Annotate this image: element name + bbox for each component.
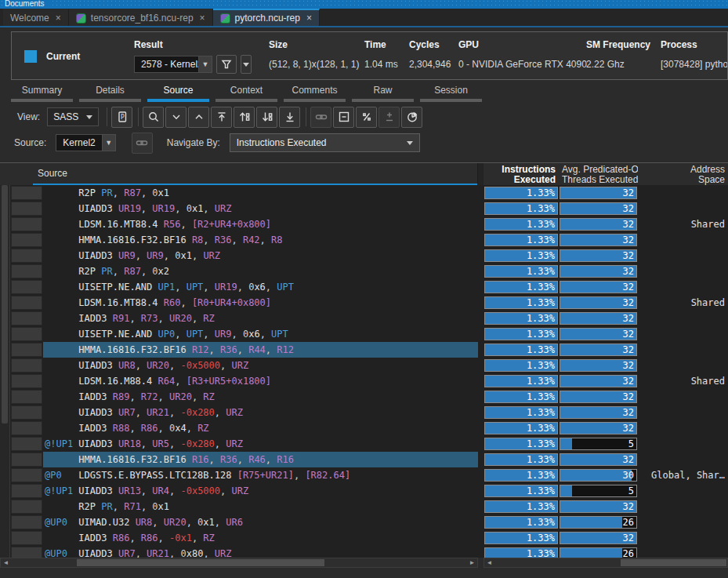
kernel-select[interactable]: Kernel2 ▼: [56, 134, 115, 151]
tab-details[interactable]: Details: [79, 85, 141, 102]
doc-tab-pytorch-ncu-rep[interactable]: pytorch.ncu-rep×: [213, 9, 320, 26]
find-next-button[interactable]: [165, 107, 187, 128]
vertical-scrollbar[interactable]: [0, 185, 10, 558]
table-row[interactable]: @UP0 UIADD3 UR7, UR21, 0x80, URZ1.33%26: [0, 546, 728, 558]
table-row[interactable]: IADD3 R86, R86, -0x1, RZ1.33%32: [0, 530, 728, 546]
source-line[interactable]: LDSM.16.M88.4 R64, [R3+UR5+0x1800]: [43, 373, 478, 389]
table-row[interactable]: UIADD3 UR9, UR9, 0x1, URZ1.33%32: [0, 248, 728, 264]
table-row[interactable]: IADD3 R89, R72, UR20, RZ1.33%32: [0, 389, 728, 405]
chevron-down-icon: ▼: [198, 56, 212, 72]
source-line[interactable]: R2P PR, R71, 0x1: [43, 499, 478, 514]
find-button[interactable]: [143, 107, 164, 128]
collapse-view-button[interactable]: [333, 107, 354, 128]
tab-context[interactable]: Context: [216, 85, 277, 102]
source-line[interactable]: UIADD3 UR8, UR20, -0x5000, URZ: [43, 358, 478, 373]
filter-button[interactable]: [216, 55, 237, 74]
show-percentages-button[interactable]: [356, 107, 377, 128]
scrollbar-thumb[interactable]: [621, 559, 726, 566]
navigate-by-select[interactable]: Instructions Executed: [230, 133, 420, 152]
table-row[interactable]: LDSM.16.MT88.4 R60, [R0+UR4+0x800]1.33%3…: [0, 295, 728, 311]
table-row[interactable]: HMMA.16816.F32.BF16 R16, R36, R46, R161.…: [0, 452, 728, 467]
scroll-left-arrow-icon[interactable]: ◄: [484, 558, 494, 567]
table-row[interactable]: LDSM.16.MT88.4 R56, [R2+UR4+0x800]1.33%3…: [0, 216, 728, 232]
table-row[interactable]: UIADD3 UR19, UR19, 0x1, URZ1.33%32: [0, 201, 728, 216]
profiler-report-button[interactable]: P: [111, 107, 132, 128]
scroll-to-top-button[interactable]: [211, 107, 232, 128]
filter-options-button[interactable]: [241, 55, 252, 74]
source-line[interactable]: @UP0 UIADD3 UR7, UR21, 0x80, URZ: [43, 546, 478, 558]
vertical-scrollbar-thumb[interactable]: [2, 185, 8, 424]
source-line[interactable]: @P0 LDGSTS.E.BYPASS.LTC128B.128 [R75+UR2…: [43, 467, 478, 483]
previous-hotspot-button[interactable]: [234, 107, 255, 128]
source-line[interactable]: HMMA.16816.F32.BF16 R12, R36, R44, R12: [43, 342, 478, 358]
source-line[interactable]: IADD3 R91, R73, UR20, RZ: [43, 311, 478, 326]
source-line[interactable]: LDSM.16.MT88.4 R56, [R2+UR4+0x800]: [43, 216, 478, 232]
line-gutter: [11, 405, 42, 420]
table-row[interactable]: @P0 LDGSTS.E.BYPASS.LTC128B.128 [R75+UR2…: [0, 467, 728, 483]
source-horizontal-scrollbar[interactable]: ◄ ►: [0, 558, 478, 568]
find-previous-button[interactable]: [188, 107, 209, 128]
link-navigation-button[interactable]: [132, 133, 153, 154]
instructions-executed-cell: 1.33%: [484, 483, 559, 499]
table-row[interactable]: HMMA.16816.F32.BF16 R12, R36, R44, R121.…: [0, 342, 728, 358]
source-line[interactable]: UIADD3 UR7, UR21, -0x280, URZ: [43, 405, 478, 420]
table-row[interactable]: UISETP.NE.AND UP0, UPT, UR9, 0x6, UPT1.3…: [0, 326, 728, 342]
table-row[interactable]: R2P PR, R71, 0x11.33%32: [0, 499, 728, 514]
plus-minus-icon: [383, 111, 396, 123]
source-line[interactable]: HMMA.16816.F32.BF16 R16, R36, R46, R16: [43, 452, 478, 467]
view-select[interactable]: SASS: [47, 107, 99, 126]
table-row[interactable]: UIADD3 UR8, UR20, -0x5000, URZ1.33%32: [0, 358, 728, 373]
next-hotspot-button[interactable]: [256, 107, 277, 128]
source-line[interactable]: IADD3 R89, R72, UR20, RZ: [43, 389, 478, 405]
table-row[interactable]: IADD3 R88, R86, 0x4, RZ1.33%32: [0, 420, 728, 436]
source-line[interactable]: HMMA.16816.F32.BF16 R8, R36, R42, R8: [43, 232, 478, 248]
source-line[interactable]: IADD3 R86, R86, -0x1, RZ: [43, 530, 478, 546]
link-views-button[interactable]: [310, 107, 331, 128]
source-line[interactable]: UIADD3 UR19, UR19, 0x1, URZ: [43, 201, 478, 216]
heatmap-toggle-button[interactable]: [401, 107, 422, 128]
tab-session[interactable]: Session: [420, 85, 482, 102]
dock-title-bar[interactable]: Documents: [0, 0, 728, 9]
table-row[interactable]: UIADD3 UR7, UR21, -0x280, URZ1.33%32: [0, 405, 728, 420]
source-line[interactable]: R2P PR, R87, 0x1: [43, 185, 478, 201]
tab-label: Session: [420, 85, 482, 99]
table-row[interactable]: R2P PR, R87, 0x21.33%32: [0, 264, 728, 279]
source-line[interactable]: @UP0 UIMAD.U32 UR8, UR20, 0x1, UR6: [43, 514, 478, 530]
metrics-horizontal-scrollbar[interactable]: ◄: [484, 558, 728, 568]
source-line[interactable]: @!UP1 UIADD3 UR13, UR4, -0x5000, URZ: [43, 483, 478, 499]
source-line[interactable]: R2P PR, R87, 0x2: [43, 264, 478, 279]
source-line[interactable]: LDSM.16.MT88.4 R60, [R0+UR4+0x800]: [43, 295, 478, 311]
tab-comments[interactable]: Comments: [284, 85, 346, 102]
scroll-left-arrow-icon[interactable]: ◄: [1, 558, 11, 567]
source-line[interactable]: @!UP1 UIADD3 UR18, UR5, -0x280, URZ: [43, 436, 478, 452]
source-line[interactable]: UISETP.NE.AND UP1, UPT, UR19, 0x6, UPT: [43, 279, 478, 295]
tab-raw[interactable]: Raw: [352, 85, 414, 102]
column-header-address-space[interactable]: AddressSpace: [638, 163, 728, 185]
close-icon[interactable]: ×: [56, 13, 61, 24]
source-line[interactable]: IADD3 R88, R86, 0x4, RZ: [43, 420, 478, 436]
tab-summary[interactable]: Summary: [11, 85, 73, 102]
table-row[interactable]: @!UP1 UIADD3 UR18, UR5, -0x280, URZ1.33%…: [0, 436, 728, 452]
table-row[interactable]: @UP0 UIMAD.U32 UR8, UR20, 0x1, UR61.33%2…: [0, 514, 728, 530]
close-icon[interactable]: ×: [306, 13, 312, 24]
table-row[interactable]: IADD3 R91, R73, UR20, RZ1.33%32: [0, 311, 728, 326]
source-line[interactable]: UIADD3 UR9, UR9, 0x1, URZ: [43, 248, 478, 264]
expand-collapse-button[interactable]: [378, 107, 400, 128]
table-row[interactable]: R2P PR, R87, 0x11.33%32: [0, 185, 728, 201]
doc-tab-tensorcore-bf16-ncu-rep[interactable]: tensorcore_bf16.ncu-rep×: [69, 9, 213, 26]
scroll-to-bottom-button[interactable]: [279, 107, 300, 128]
doc-tab-welcome[interactable]: Welcome×: [3, 9, 69, 26]
table-row[interactable]: LDSM.16.M88.4 R64, [R3+UR5+0x1800]1.33%3…: [0, 373, 728, 389]
close-icon[interactable]: ×: [200, 13, 205, 24]
result-select[interactable]: 2578 - Kernel2▼: [134, 56, 212, 73]
source-line[interactable]: UISETP.NE.AND UP0, UPT, UR9, 0x6, UPT: [43, 326, 478, 342]
scrollbar-thumb[interactable]: [77, 559, 324, 566]
scroll-right-arrow-icon[interactable]: ►: [467, 558, 477, 567]
table-row[interactable]: UISETP.NE.AND UP1, UPT, UR19, 0x6, UPT1.…: [0, 279, 728, 295]
table-row[interactable]: HMMA.16816.F32.BF16 R8, R36, R42, R81.33…: [0, 232, 728, 248]
column-header-threads-executed[interactable]: Avg. Predicated-OnThreads Executed: [559, 163, 638, 185]
column-header-source[interactable]: Source: [0, 163, 478, 185]
table-row[interactable]: @!UP1 UIADD3 UR13, UR4, -0x5000, URZ1.33…: [0, 483, 728, 499]
tab-source[interactable]: Source: [147, 85, 209, 102]
column-header-instructions-executed[interactable]: InstructionsExecuted: [484, 163, 559, 185]
